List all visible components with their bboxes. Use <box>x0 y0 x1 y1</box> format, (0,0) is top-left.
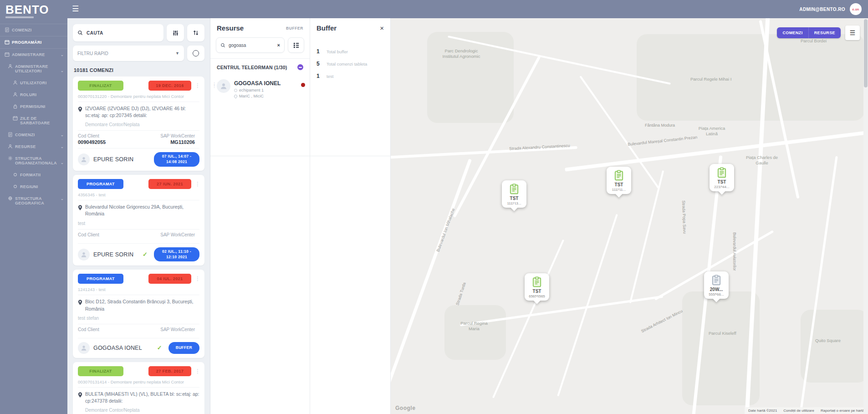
map-comenzi-button[interactable]: COMENZI <box>777 27 808 38</box>
resource-group-row[interactable]: CENTRUL TELEORMAN (1/30) <box>210 59 310 76</box>
order-card[interactable]: PROGRAMAT 27 IUN. 2021 ⋮ 4356345 - test … <box>73 175 204 266</box>
map-layer-toggle: COMENZI RESURSE <box>777 27 841 38</box>
schedule-pill[interactable]: 02 IUL., 11:10 - 12:10 2021 <box>154 247 199 262</box>
order-card[interactable]: FINALIZAT 19 DEC. 2016 ⋮ 003070131220 - … <box>73 77 204 171</box>
map-pin-icon <box>78 205 82 217</box>
status-badge[interactable]: FINALIZAT <box>78 81 123 91</box>
sidebar-item-label: PROGRAMĂRI <box>12 40 42 45</box>
sidebar-item-label: ROLURI <box>20 92 36 97</box>
status-badge[interactable]: PROGRAMAT <box>78 179 123 189</box>
panel-divider <box>210 156 391 156</box>
sidebar-item-label: FORMATII <box>20 173 41 177</box>
schedule-pill[interactable]: 07 IUL., 14:07 - 14:08 2021 <box>154 152 199 167</box>
filter-settings-button[interactable] <box>167 24 184 41</box>
sidebar-item-comenzi[interactable]: COMENZI <box>0 24 67 36</box>
sidebar-item-programari[interactable]: PROGRAMĂRI <box>0 36 67 48</box>
orders-search[interactable] <box>73 24 163 41</box>
sidebar-item-zile-de-sarbatoare[interactable]: ZILE DE SARBATOARE <box>0 112 67 129</box>
buffer-pill[interactable]: BUFFER <box>168 342 199 354</box>
date-badge[interactable]: 04 IUL. 2021 <box>148 274 191 284</box>
sidebar-item-regiuni[interactable]: REGIUNI <box>0 181 67 193</box>
quick-filter-select[interactable]: FILTRU RAPID ▼ <box>73 46 184 61</box>
map-marker[interactable]: TST 111111... <box>607 167 631 196</box>
sidebar-item-roluri[interactable]: ROLURI <box>0 89 67 101</box>
scrollbar-thumb[interactable] <box>864 19 868 87</box>
resources-search-input[interactable] <box>229 43 260 48</box>
order-address: Bulevardul Nicolae Grigorescu 29A, Bucur… <box>85 204 199 217</box>
equipment-icon <box>234 89 237 92</box>
calendar-icon <box>5 52 10 57</box>
sap-value: MG110206 <box>137 139 195 145</box>
map-resurse-button[interactable]: RESURSE <box>808 27 841 38</box>
drag-handle-icon[interactable]: ⋮⋮⋮⋮ <box>212 79 217 98</box>
sap-label: SAP WorkCenter <box>137 327 195 332</box>
date-badge[interactable]: 27 FEB. 2017 <box>148 366 191 376</box>
map-label: Parcul Regele Mihai I <box>690 77 731 82</box>
card-menu-icon[interactable]: ⋮ <box>195 182 199 186</box>
assignee-avatar <box>78 153 90 165</box>
search-input[interactable] <box>87 31 159 36</box>
sidebar-item-utilizatori[interactable]: UTILIZATORI <box>0 77 67 89</box>
cod-client-label: Cod Client <box>78 133 137 138</box>
sidebar-item-permisiuni[interactable]: PERMISIUNI <box>0 101 67 112</box>
card-menu-icon[interactable]: ⋮ <box>195 83 199 88</box>
card-menu-icon[interactable]: ⋮ <box>195 276 199 281</box>
street-label: Strada Turda <box>455 282 467 306</box>
street-label: Bulevardul Ion Mihalache <box>436 208 456 252</box>
map-marker[interactable]: 20W... 555566... <box>704 271 729 301</box>
menu-toggle-icon[interactable]: ☰ <box>72 4 82 14</box>
collapse-group-icon[interactable] <box>297 64 303 70</box>
resource-row[interactable]: ⋮⋮⋮⋮ GOGOASA IONEL echipament 1 MariC , … <box>210 76 310 102</box>
order-id: 4356345 - test <box>78 192 199 200</box>
date-badge[interactable]: 19 DEC. 2016 <box>148 81 191 91</box>
user-avatar[interactable]: e.on <box>850 3 862 15</box>
map-marker[interactable]: TST 65656565 <box>525 273 549 303</box>
map-marker[interactable]: TST 111113... <box>502 180 526 210</box>
chevron-down-icon: ⌄ <box>61 133 64 137</box>
clipboard-icon <box>613 169 625 181</box>
sort-button[interactable] <box>187 24 204 41</box>
sidebar-item-structura-geografica[interactable]: STRUCTURA GEOGRAFICA ⌄ <box>0 193 67 209</box>
sap-label: SAP WorkCenter <box>137 232 195 237</box>
group-list-button[interactable] <box>288 37 304 53</box>
card-menu-icon[interactable]: ⋮ <box>195 369 199 373</box>
status-badge[interactable]: PROGRAMAT <box>78 274 123 284</box>
logo-text: BENTO <box>5 4 67 15</box>
order-card[interactable]: PROGRAMAT 04 IUL. 2021 ⋮ 1241243 - test … <box>73 270 204 358</box>
sidebar-item-label: COMENZI <box>12 28 32 32</box>
terms-link[interactable]: Condiții de utilizare <box>783 409 814 413</box>
clipboard-icon <box>716 167 728 179</box>
resources-panel: Resurse BUFFER × CENTRUL TELEORMAN (1/30… <box>210 18 310 414</box>
buffer-tab-label[interactable]: BUFFER <box>286 26 303 31</box>
order-card[interactable]: FINALIZAT 27 FEB. 2017 ⋮ 003070131414 - … <box>73 362 204 414</box>
status-badge[interactable]: FINALIZAT <box>78 366 123 376</box>
clear-search-icon[interactable]: × <box>277 42 280 48</box>
order-address: BULETA (MIHAESTI VL) (VL), BULETA bl: sc… <box>85 391 199 404</box>
sidebar-item-administrare-utilizatori[interactable]: ADMINISTRARE UTILIZATORI ⌄ <box>0 61 67 77</box>
stat-value: 1 <box>317 48 327 55</box>
page-scrollbar[interactable] <box>863 18 868 414</box>
app-logo: BENTO <box>0 0 67 20</box>
map-marker[interactable]: TST 223344... <box>710 164 734 194</box>
date-badge[interactable]: 27 IUN. 2021 <box>148 179 191 189</box>
sidebar-item-formatii[interactable]: FORMATII <box>0 169 67 181</box>
map-attribution: Date hartă ©2021 Condiții de utilizare R… <box>745 407 868 414</box>
sidebar-item-administrare[interactable]: ADMINISTRARE ⌄ <box>0 48 67 61</box>
clear-filter-button[interactable] <box>187 46 204 61</box>
park-area <box>427 32 514 123</box>
sidebar-item-comenzi-sub[interactable]: COMENZI ⌄ <box>0 129 67 141</box>
sidebar-item-structura-organizationala[interactable]: STRUCTURA ORGANIZATIONALA ⌄ <box>0 153 67 169</box>
report-error-link[interactable]: Raportați o eroare pe hartă <box>821 409 864 413</box>
close-icon[interactable]: × <box>380 24 384 32</box>
resources-search[interactable]: × <box>216 37 285 53</box>
order-type: test stefan <box>78 316 199 324</box>
sidebar-item-resurse[interactable]: RESURSE ⌄ <box>0 141 67 153</box>
cod-client-value <box>78 238 137 240</box>
map-label: Piața America Latină <box>692 126 731 137</box>
map[interactable]: Parc Dendrologic Institutul Agronomic Pa… <box>391 18 868 414</box>
park-area <box>637 34 864 121</box>
sap-value <box>137 333 195 335</box>
status-dot <box>301 83 305 87</box>
map-menu-button[interactable]: ☰ <box>845 26 860 40</box>
chevron-down-icon: ⌄ <box>61 145 64 149</box>
